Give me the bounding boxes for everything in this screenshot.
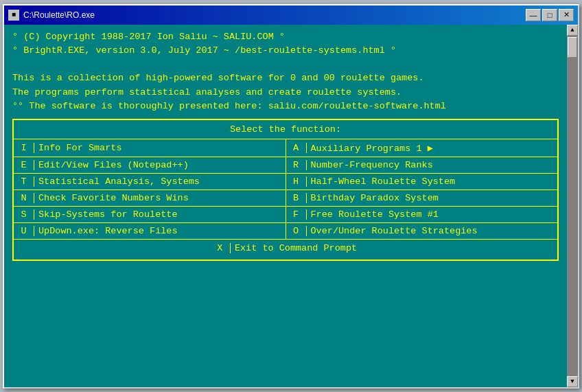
menu-item-I[interactable]: I Info For Smarts — [14, 139, 286, 157]
scroll-down-button[interactable]: ▼ — [567, 376, 578, 387]
menu-label-N: Check Favorite Numbers Wins — [38, 193, 281, 203]
menu-label-B: Birthday Paradox System — [311, 193, 554, 203]
menu-key-I: I — [18, 143, 34, 153]
menu-item-A[interactable]: A Auxiliary Programs 1 ▶ — [286, 139, 558, 157]
menu-key-T: T — [18, 176, 34, 187]
menu-label-E: Edit/View Files (Notepad++) — [38, 160, 281, 170]
menu-key-E: E — [18, 160, 34, 170]
menu-item-U[interactable]: U UpDown.exe: Reverse Files — [14, 223, 286, 239]
menu-row-6: U UpDown.exe: Reverse Files O Over/Under… — [14, 222, 557, 239]
menu-row-5: S Skip-Systems for Roulette F Free Roule… — [14, 206, 557, 222]
maximize-button[interactable]: □ — [542, 9, 557, 21]
scroll-thumb[interactable] — [568, 37, 577, 58]
scroll-up-button[interactable]: ▲ — [567, 25, 578, 36]
close-button[interactable]: ✕ — [559, 9, 574, 21]
menu-item-S[interactable]: S Skip-Systems for Roulette — [14, 207, 286, 222]
menu-item-E[interactable]: E Edit/View Files (Notepad++) — [14, 157, 286, 173]
menu-box: Select the function: I Info For Smarts A… — [12, 119, 559, 261]
menu-label-X: Exit to Command Prompt — [235, 243, 357, 253]
menu-key-B: B — [290, 193, 307, 203]
menu-label-A: Auxiliary Programs 1 ▶ — [311, 142, 554, 154]
menu-key-F: F — [290, 209, 307, 220]
menu-label-O: Over/Under Roulette Strategies — [311, 226, 554, 236]
menu-item-F[interactable]: F Free Roulette System #1 — [286, 207, 558, 222]
window-title: C:\Roulette\RO.exe — [23, 10, 526, 20]
scroll-track — [567, 36, 578, 376]
menu-key-H: H — [290, 176, 307, 187]
menu-item-O[interactable]: O Over/Under Roulette Strategies — [286, 223, 558, 239]
content-area: ° (C) Copyright 1988-2017 Ion Saliu ~ SA… — [4, 25, 578, 387]
menu-row-3: T Statistical Analysis, Systems H Half-W… — [14, 173, 557, 189]
menu-key-X: X — [214, 243, 231, 253]
menu-item-R[interactable]: R Number-Frequency Ranks — [286, 157, 558, 173]
menu-label-F: Free Roulette System #1 — [311, 209, 554, 220]
main-window: ■ C:\Roulette\RO.exe — □ ✕ ° (C) Copyrig… — [3, 4, 579, 389]
title-bar: ■ C:\Roulette\RO.exe — □ ✕ — [4, 5, 578, 25]
exit-row: X Exit to Command Prompt — [14, 239, 557, 257]
menu-item-B[interactable]: B Birthday Paradox System — [286, 190, 558, 206]
menu-key-U: U — [18, 226, 34, 236]
version-line: ° BrightR.EXE, version 3.0, July 2017 ~ … — [12, 44, 559, 58]
menu-key-N: N — [18, 193, 34, 203]
desc-line2: The programs perform statistical analyse… — [12, 86, 559, 100]
menu-row-2: E Edit/View Files (Notepad++) R Number-F… — [14, 157, 557, 173]
menu-item-H[interactable]: H Half-Wheel Roulette System — [286, 174, 558, 189]
menu-key-A: A — [290, 143, 307, 153]
menu-item-N[interactable]: N Check Favorite Numbers Wins — [14, 190, 286, 206]
menu-key-O: O — [290, 226, 307, 236]
menu-key-R: R — [290, 160, 307, 170]
title-bar-buttons: — □ ✕ — [526, 9, 574, 21]
menu-title: Select the function: — [14, 123, 557, 139]
scrollbar: ▲ ▼ — [567, 25, 578, 387]
desc-line3: °° The software is thoroughly presented … — [12, 100, 559, 113]
window-icon: ■ — [8, 10, 19, 21]
menu-row-1: I Info For Smarts A Auxiliary Programs 1… — [14, 139, 557, 157]
desc-line1: This is a collection of high-powered sof… — [12, 71, 559, 85]
menu-label-T: Statistical Analysis, Systems — [38, 176, 281, 187]
blank-line — [12, 58, 559, 71]
terminal: ° (C) Copyright 1988-2017 Ion Saliu ~ SA… — [4, 25, 567, 387]
menu-item-X[interactable]: X Exit to Command Prompt — [207, 240, 364, 257]
menu-item-T[interactable]: T Statistical Analysis, Systems — [14, 174, 286, 189]
menu-label-I: Info For Smarts — [38, 143, 281, 153]
menu-label-U: UpDown.exe: Reverse Files — [38, 226, 281, 236]
menu-row-4: N Check Favorite Numbers Wins B Birthday… — [14, 189, 557, 206]
menu-key-S: S — [18, 209, 34, 220]
copyright-line: ° (C) Copyright 1988-2017 Ion Saliu ~ SA… — [12, 30, 559, 44]
menu-label-S: Skip-Systems for Roulette — [38, 209, 281, 220]
menu-label-R: Number-Frequency Ranks — [311, 160, 554, 170]
minimize-button[interactable]: — — [526, 9, 541, 21]
menu-label-H: Half-Wheel Roulette System — [311, 176, 554, 187]
